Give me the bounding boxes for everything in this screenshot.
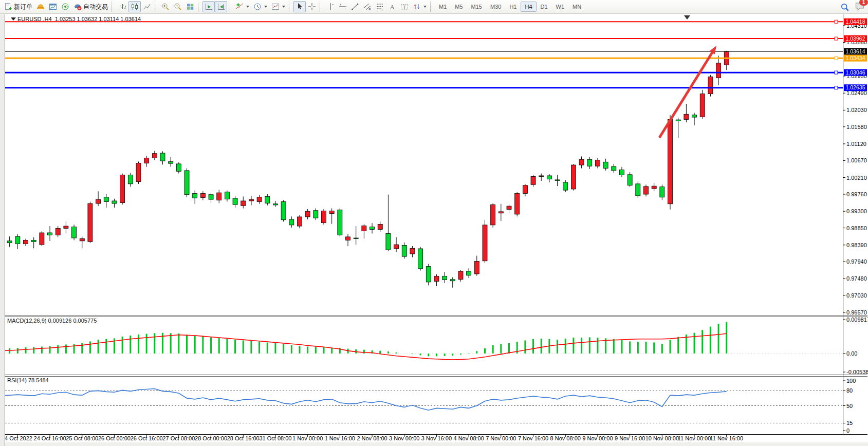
- candle-body: [176, 164, 181, 171]
- chart-shift-button[interactable]: [215, 1, 227, 12]
- line-handle[interactable]: [835, 57, 838, 60]
- candle-body: [104, 197, 108, 202]
- text-button[interactable]: A: [386, 1, 398, 12]
- toolbar-right: 1: [840, 1, 865, 13]
- price-tick-label: 0.97030: [846, 292, 867, 299]
- new-order-icon: [4, 3, 12, 11]
- candle-body: [64, 226, 68, 228]
- notifications-button[interactable]: 1: [855, 1, 865, 13]
- price-tick-label: 1.01580: [846, 124, 867, 130]
- line-handle[interactable]: [835, 71, 838, 74]
- price-tick-label: 1.00670: [846, 157, 867, 163]
- channel-button[interactable]: E: [361, 1, 374, 12]
- time-label: 3 Nov 00:00: [389, 435, 419, 441]
- templates-button[interactable]: [269, 1, 287, 12]
- chart-shift-icon: [217, 3, 225, 11]
- cursor-button[interactable]: [293, 1, 306, 12]
- profiles-button[interactable]: [34, 1, 47, 12]
- candle-body: [571, 165, 576, 189]
- candle-body: [297, 217, 302, 226]
- fibonacci-button[interactable]: F: [374, 1, 386, 12]
- label-button[interactable]: T: [398, 1, 411, 12]
- timeframe-button-M30[interactable]: M30: [486, 2, 505, 12]
- line-chart-button[interactable]: [141, 1, 153, 12]
- price-tick-label: 1.00210: [846, 175, 867, 181]
- candle-body: [40, 233, 44, 245]
- chevron-down-icon: [246, 6, 249, 8]
- candle-body: [716, 63, 721, 78]
- indicators-icon: [235, 3, 244, 11]
- vertical-line-button[interactable]: [324, 1, 337, 12]
- timeframe-button-H4[interactable]: H4: [521, 2, 536, 12]
- time-label: 4 Nov 08:00: [453, 435, 484, 441]
- timeframe-button-M15[interactable]: M15: [467, 2, 486, 12]
- tile-windows-button[interactable]: [184, 1, 196, 12]
- trendline-button[interactable]: [349, 1, 361, 12]
- line-handle[interactable]: [835, 86, 838, 89]
- candle-body: [402, 246, 407, 257]
- timeframe-button-H1[interactable]: H1: [505, 2, 521, 12]
- candle-body: [209, 195, 213, 199]
- timeframe-button-MN[interactable]: MN: [568, 2, 585, 12]
- bar-chart-button[interactable]: [116, 1, 128, 12]
- price-tick-label: 0.98390: [846, 242, 867, 248]
- candle-body: [684, 114, 689, 119]
- candle-body: [112, 201, 117, 203]
- line-handle[interactable]: [835, 20, 838, 23]
- rsi-axis-label: 50: [846, 403, 853, 409]
- candle-body: [72, 227, 77, 238]
- rsi-label: RSI(14) 78.5484: [7, 377, 49, 383]
- candle-body: [563, 182, 568, 190]
- candle-body: [450, 280, 455, 281]
- candle-body: [289, 219, 294, 225]
- candle-body: [169, 162, 173, 164]
- arrows-button[interactable]: [411, 1, 429, 12]
- timeframe-button-D1[interactable]: D1: [537, 2, 552, 12]
- zoom-in-button[interactable]: [159, 1, 172, 12]
- auto-scroll-button[interactable]: [202, 1, 215, 12]
- new-order-button[interactable]: 新订单: [2, 1, 34, 12]
- toolbar-separator: [320, 2, 323, 12]
- signals-button[interactable]: [59, 1, 71, 12]
- candle-body: [322, 211, 326, 222]
- time-label: 24 Oct 2022: [2, 435, 32, 441]
- svg-text:E: E: [369, 8, 371, 11]
- candle-body: [426, 267, 431, 282]
- candle-body: [329, 211, 334, 213]
- timeframe-button-W1[interactable]: W1: [552, 2, 569, 12]
- candle-body: [498, 212, 503, 213]
- crosshair-icon: [308, 3, 316, 11]
- candle-body: [217, 193, 221, 200]
- candle-body: [281, 201, 286, 219]
- candle-body: [48, 233, 52, 235]
- chart-canvas[interactable]: 1.043101.038601.029501.024901.020301.015…: [0, 14, 868, 446]
- line-handle[interactable]: [835, 37, 838, 40]
- crosshair-button[interactable]: [306, 1, 318, 12]
- candle-body: [338, 210, 342, 235]
- candle-body: [56, 228, 60, 235]
- candle-body: [225, 192, 229, 199]
- price-tick-label: 0.98850: [846, 225, 867, 231]
- auto-scroll-icon: [205, 3, 213, 11]
- autotrading-button[interactable]: 自动交易: [71, 1, 110, 12]
- candle-body: [627, 175, 632, 185]
- candle-body: [507, 206, 511, 209]
- charts-button[interactable]: [47, 1, 59, 12]
- search-icon[interactable]: [840, 3, 849, 12]
- indicators-button[interactable]: [233, 1, 251, 12]
- horizontal-line-button[interactable]: [337, 1, 349, 12]
- candle-body: [555, 180, 560, 180]
- timeframe-button-M5[interactable]: M5: [451, 2, 467, 12]
- time-label: 27 Oct 08:00: [162, 435, 195, 441]
- candle-body: [313, 211, 318, 218]
- candle-body: [668, 119, 673, 203]
- candle-body: [273, 204, 278, 205]
- timeframe-button-M1[interactable]: M1: [435, 2, 451, 12]
- periods-button[interactable]: [251, 1, 269, 12]
- bar-chart-icon: [118, 3, 126, 11]
- price-tick-label: 1.02030: [846, 107, 867, 113]
- candle-body: [692, 115, 697, 117]
- time-label: 2 Nov 08:00: [357, 435, 387, 441]
- zoom-out-button[interactable]: [172, 1, 184, 12]
- candlestick-button[interactable]: [128, 1, 141, 12]
